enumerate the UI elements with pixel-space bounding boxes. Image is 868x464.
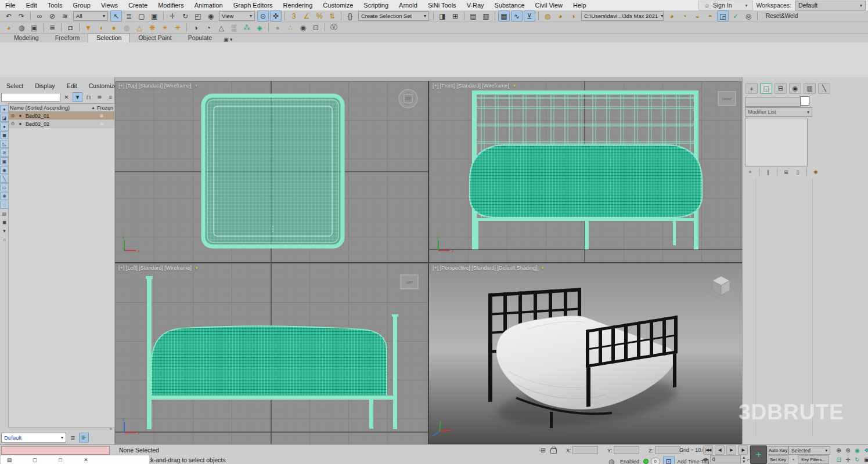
tab-populate[interactable]: Populate (180, 34, 220, 42)
vray-proxy-icon[interactable]: ⊡ (310, 22, 322, 33)
display-all-icon[interactable]: ● (0, 105, 9, 113)
viewport-label-text[interactable]: [+] [Front] [Standard] [Wireframe] (433, 83, 509, 89)
menu-item[interactable]: Create (123, 0, 153, 10)
zoom-extents-all-icon[interactable]: ❖ (862, 445, 868, 455)
menu-item[interactable]: V-Ray (462, 0, 489, 10)
go-to-start-button[interactable]: |◀◀ (703, 445, 713, 455)
pick-container-icon[interactable]: ⌂ (0, 235, 9, 244)
pan-icon[interactable]: ✛ (844, 455, 852, 464)
vray-render-teapot-icon[interactable]: ◕ (3, 22, 15, 33)
select-and-place-icon[interactable]: ◉ (205, 10, 217, 21)
select-and-scale-icon[interactable]: ◰ (192, 10, 204, 21)
vray-infinite-plane-icon[interactable]: ◔ (203, 22, 214, 33)
menu-item[interactable]: Rendering (278, 0, 318, 10)
tab-hierarchy[interactable]: ⊟ (775, 83, 787, 94)
display-groups-icon[interactable]: ▣ (0, 157, 9, 165)
tab-motion[interactable]: ◉ (789, 83, 801, 94)
viewport-top[interactable]: TOP x y [+] [Top] [Standard] [Wireframe]… (115, 81, 428, 262)
menu-item[interactable]: SiNi Tools (423, 0, 462, 10)
reference-coordinate-dropdown[interactable]: View (219, 11, 255, 21)
modifier-list-dropdown[interactable]: Modifier List (745, 107, 812, 117)
overlay-ghost-icon[interactable]: ▢ (30, 455, 39, 464)
vray-sky-icon[interactable]: ✳ (172, 22, 183, 33)
tab-modify[interactable]: ◱ (760, 83, 772, 94)
scene-explorer-toggle-icon[interactable]: ▥ (480, 10, 492, 21)
ribbon-overflow-icon[interactable]: ▣ ▾ (220, 37, 236, 42)
snowflake-icon[interactable]: ❄ (89, 121, 114, 127)
display-containers-icon[interactable]: ▭ (0, 183, 9, 191)
curve-editor-icon[interactable]: ∿ (511, 10, 523, 21)
tab-object-paint[interactable]: Object Paint (130, 34, 179, 42)
vray-chrome-ball-icon[interactable]: ● (272, 22, 283, 33)
menu-item[interactable]: Tools (42, 0, 68, 10)
edit-named-selection-sets-icon[interactable]: {} (344, 10, 356, 21)
vray-ies-light-icon[interactable]: △ (134, 22, 145, 33)
keyable-icon[interactable]: ◔ (788, 455, 797, 463)
tab-freeform[interactable]: Freeform (47, 34, 88, 42)
render-iterative-icon[interactable]: ◔ (679, 10, 690, 21)
window-crossing-icon[interactable]: ▣ (149, 10, 160, 21)
eye-icon[interactable]: ⊙ (11, 121, 15, 126)
vray-noise-icon[interactable]: ▒ (228, 22, 240, 33)
menu-item[interactable]: File (0, 0, 21, 10)
vray-fur-icon[interactable]: ⁂ (241, 22, 253, 33)
reset-weld-script-button[interactable]: Reset&Weld (760, 13, 804, 19)
overlay-app-icon[interactable]: ▤ (5, 455, 14, 464)
listener-icon[interactable]: ◍ (606, 456, 617, 464)
add-time-tag[interactable]: Add Time Tag (678, 459, 709, 464)
vray-ambient-light-icon[interactable]: ❋ (146, 22, 158, 33)
set-key-button[interactable]: Set Key (768, 455, 788, 464)
display-bones-icon[interactable]: ╲ (0, 175, 9, 183)
vray-lens-icon[interactable]: ◎ (743, 10, 754, 21)
menu-item[interactable]: Customize (318, 0, 358, 10)
align-icon[interactable]: ⊞ (449, 10, 461, 21)
snowflake-icon[interactable]: ❄ (89, 113, 114, 119)
configure-modifier-sets-icon[interactable]: ✱ (811, 168, 820, 176)
viewport-menu-arrow-icon[interactable]: ▼ (512, 84, 517, 89)
menu-item[interactable]: Modifiers (153, 0, 189, 10)
select-and-rotate-icon[interactable]: ↻ (179, 10, 191, 21)
zoom-all-icon[interactable]: ⊛ (844, 445, 852, 455)
remove-modifier-icon[interactable]: ▯ (793, 168, 802, 176)
display-lights-icon[interactable]: ● (0, 122, 9, 130)
zoom-extents-selected-icon[interactable]: ◉ (853, 445, 862, 455)
vray-list-icon[interactable]: ≣ (46, 22, 58, 33)
key-filters-button[interactable]: Key Filters... (798, 455, 829, 464)
tab-utilities[interactable]: ╲ (818, 83, 830, 94)
rectangular-selection-region-icon[interactable]: ▢ (136, 10, 147, 21)
project-folder-dropdown[interactable]: C:\Users\davi...\3ds Max 2021 (581, 11, 664, 21)
current-frame-field[interactable]: 0 (710, 455, 741, 463)
viewport-menu-arrow-icon[interactable]: ▼ (540, 266, 545, 271)
zoom-region-icon[interactable]: ⊡ (834, 455, 843, 464)
render-setup-icon[interactable]: ◕ (554, 10, 566, 21)
redo-icon[interactable]: ↷ (16, 10, 27, 21)
physical-camera-icon[interactable]: ◘ (64, 22, 76, 33)
eye-icon[interactable]: ⊙ (11, 113, 15, 118)
named-selection-set-dropdown[interactable]: Create Selection Set (358, 11, 429, 21)
menu-item[interactable]: Graph Editors (228, 0, 278, 10)
viewport-label-left[interactable]: [+] [Left] [Standard] [Wireframe] ▼ (118, 265, 199, 271)
explorer-menu-item[interactable]: Display (30, 82, 60, 90)
select-and-move-icon[interactable]: ✛ (167, 10, 178, 21)
workspace-dropdown[interactable]: Default ▾ (795, 1, 866, 10)
vray-mesh-light-icon[interactable]: ◍ (121, 22, 132, 33)
viewport-label-top[interactable]: [+] [Top] [Standard] [Wireframe] ▼ (118, 83, 199, 89)
material-editor-icon[interactable]: ◍ (542, 10, 553, 21)
tab-selection[interactable]: Selection (88, 33, 130, 42)
viewport-label-perspective[interactable]: [+] [Perspective] [Standard] [Default Sh… (433, 265, 545, 271)
set-keys-button[interactable]: + (750, 445, 767, 464)
viewport-label-front[interactable]: [+] [Front] [Standard] [Wireframe] ▼ (433, 83, 517, 89)
layer-view-icon[interactable]: ≡ (106, 92, 116, 102)
schematic-view-icon[interactable]: ⊻ (524, 10, 535, 21)
sort-alphabetical-icon[interactable]: ▤ (0, 209, 9, 217)
tab-modeling[interactable]: Modeling (6, 34, 47, 42)
vray-toolbar-icon[interactable]: Ⓥ (328, 22, 340, 33)
display-shapes-icon[interactable]: ◪ (0, 114, 9, 122)
menu-item[interactable]: Civil View (530, 0, 568, 10)
sort-type-icon[interactable]: ◼ (0, 218, 9, 226)
spinner-arrows-icon[interactable]: ▲▼ (742, 455, 746, 463)
autoback-save-icon[interactable]: ◲ (717, 10, 729, 21)
object-name[interactable]: Bed02_02 (24, 121, 89, 127)
explorer-menu-item[interactable]: Edit (62, 82, 82, 90)
vray-scene-icon[interactable]: △ (215, 22, 227, 33)
